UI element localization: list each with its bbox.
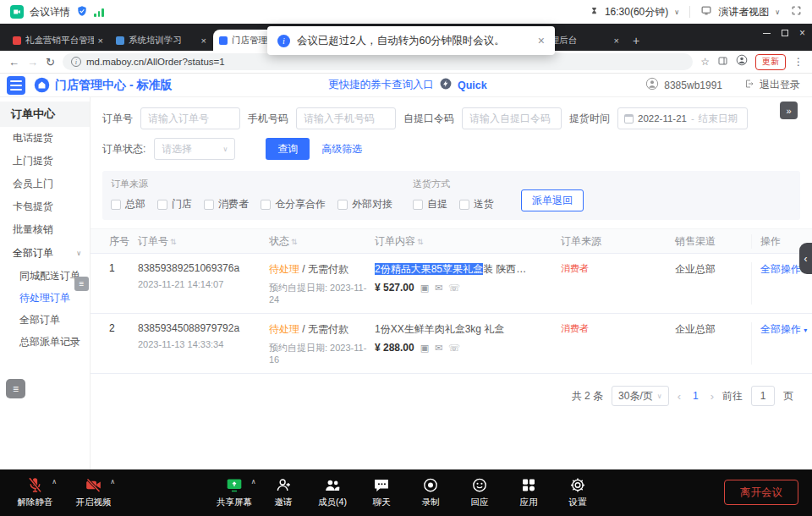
meeting-panel-expand-button[interactable]: ‹ [799,243,812,274]
view-mode-button[interactable]: 演讲者视图 [718,5,769,19]
col-content[interactable]: 订单内容⇅ [375,234,561,249]
tab-close-icon[interactable]: × [98,36,103,46]
source-option-hq[interactable]: 总部 [111,197,145,211]
sidebar-item-card-pickup[interactable]: 卡包提货 [0,195,90,218]
row-actions-dropdown[interactable]: 全部操作 ▾ [760,322,807,337]
username[interactable]: 8385wb1991 [664,80,722,91]
phone-icon[interactable]: ☏ [448,283,460,294]
side-panel-icon[interactable] [717,54,728,69]
meeting-toolbar: ∧ 解除静音 ∧ 开启视频 [0,469,812,516]
panel-collapse-button[interactable]: » [780,102,798,119]
reload-icon[interactable]: ↻ [46,57,55,68]
toast-message: 会议已超过2人，自动转为60分钟限时会议。 [297,34,505,48]
forward-icon[interactable]: → [27,57,38,68]
prev-page-button[interactable]: ‹ [678,390,681,403]
leave-meeting-button[interactable]: 离开会议 [724,480,798,505]
browser-tab[interactable]: 系统培训学习 × [110,30,212,51]
chevron-up-icon[interactable]: ∧ [52,478,57,486]
row-index: 1 [109,262,138,274]
bookmark-star-icon[interactable]: ☆ [700,57,710,67]
window-maximize-button[interactable] [782,30,788,36]
annotation-tool-icon[interactable]: ≡ [6,379,25,398]
share-screen-button[interactable]: ∧ 共享屏幕 [211,475,258,508]
tab-close-icon[interactable]: × [201,36,206,46]
address-bar[interactable]: i md.maboy.cn/AllOrder?status=1 [63,53,693,70]
sidebar-item-phone-pickup[interactable]: 电话提货 [0,127,90,150]
back-icon[interactable]: ← [8,57,19,68]
order-list-toggle-icon[interactable]: ≡ [74,277,89,291]
toast-close-icon[interactable]: × [538,34,545,47]
apps-button[interactable]: 应用 [506,475,552,508]
logout-button[interactable]: 退出登录 [760,78,800,92]
browser-tab[interactable]: 礼盒营销平台管理中心 × [7,30,109,51]
quick-link[interactable]: Quick [458,80,487,91]
message-icon[interactable]: ✉ [435,283,442,294]
profile-avatar-icon[interactable] [736,54,748,69]
record-button[interactable]: 录制 [408,475,454,508]
window-close-button[interactable]: × [799,28,805,38]
pagination: 共 2 条 30条/页 ∨ ‹ 1 › 前往 页 [91,374,812,406]
chrome-update-button[interactable]: 更新 [755,54,786,70]
new-tab-button[interactable]: + [633,34,639,47]
order-status-select[interactable]: 请选择 ∨ [154,138,235,160]
phone-input[interactable] [296,107,396,129]
sidebar-item-door-pickup[interactable]: 上门提货 [0,150,90,173]
view-caret-icon[interactable]: ∨ [775,8,780,16]
sort-icon[interactable]: ⇅ [417,238,424,246]
delivery-option-delivery[interactable]: 送货 [459,197,494,211]
meeting-details-button[interactable]: 会议详情 [30,5,70,19]
date-range-picker[interactable]: 2022-11-21 - 结束日期 [617,107,748,129]
user-avatar-icon [645,77,659,93]
current-page[interactable]: 1 [689,390,702,402]
unmute-button[interactable]: ∧ 解除静音 [12,475,58,508]
logout-icon [744,79,754,91]
advanced-filter-link[interactable]: 高级筛选 [321,142,362,156]
start-video-button[interactable]: ∧ 开启视频 [70,475,117,508]
dispatch-return-button[interactable]: 派单退回 [521,189,584,211]
order-no-input[interactable] [140,107,240,129]
goto-label: 前往 [722,389,743,403]
sort-icon[interactable]: ⇅ [291,238,298,246]
sidebar-item-batch-verify[interactable]: 批量核销 [0,218,90,241]
page-size-select[interactable]: 30条/页 ∨ [612,386,669,406]
chevron-down-icon: ∨ [657,392,662,400]
tab-favicon [116,36,124,45]
chat-button[interactable]: 聊天 [359,475,405,508]
message-icon[interactable]: ✉ [435,343,442,354]
col-status[interactable]: 状态⇅ [269,234,375,249]
search-button[interactable]: 查询 [266,138,310,160]
source-option-external[interactable]: 外部对接 [337,197,392,211]
window-minimize-button[interactable] [763,33,771,34]
col-order-no[interactable]: 订单号⇅ [138,234,269,249]
code-input[interactable] [462,107,562,129]
members-button[interactable]: 成员(4) [310,475,356,508]
phone-icon[interactable]: ☏ [448,343,460,354]
sidebar-item-member-visit[interactable]: 会员上门 [0,173,90,195]
printer-icon[interactable]: ▣ [420,283,429,294]
meeting-timer[interactable]: 16:30(60分钟) [605,5,668,19]
chevron-up-icon[interactable]: ∧ [110,478,115,486]
settings-button[interactable]: 设置 [555,475,601,508]
next-page-button[interactable]: › [710,390,714,403]
browser-menu-icon[interactable]: ⋮ [793,57,804,67]
printer-icon[interactable]: ▣ [420,343,429,354]
fullscreen-icon[interactable] [791,5,802,19]
menu-toggle-button[interactable] [7,76,25,95]
site-info-icon[interactable]: i [71,57,81,67]
invite-button[interactable]: 邀请 [261,475,307,508]
reactions-button[interactable]: 回应 [457,475,503,508]
tab-close-icon[interactable]: × [614,36,619,46]
source-option-warehouse[interactable]: 仓分享合作 [261,197,326,211]
sidebar-item-all-orders[interactable]: 全部订单 [0,309,90,331]
timer-caret-icon[interactable]: ∨ [674,8,679,16]
sidebar-group-all-orders[interactable]: 全部订单 ∨ [0,241,90,265]
sort-icon[interactable]: ⇅ [170,238,177,246]
delivery-option-pickup[interactable]: 自提 [413,197,447,211]
invite-person-icon [275,475,293,494]
coupon-query-link[interactable]: 更快捷的券卡查询入口 [328,78,434,92]
chevron-up-icon[interactable]: ∧ [251,478,256,486]
source-option-store[interactable]: 门店 [157,197,192,211]
source-option-consumer[interactable]: 消费者 [204,197,249,211]
sidebar-item-hq-dispatch[interactable]: 总部派单记录 [0,331,90,353]
goto-page-input[interactable] [751,386,775,406]
